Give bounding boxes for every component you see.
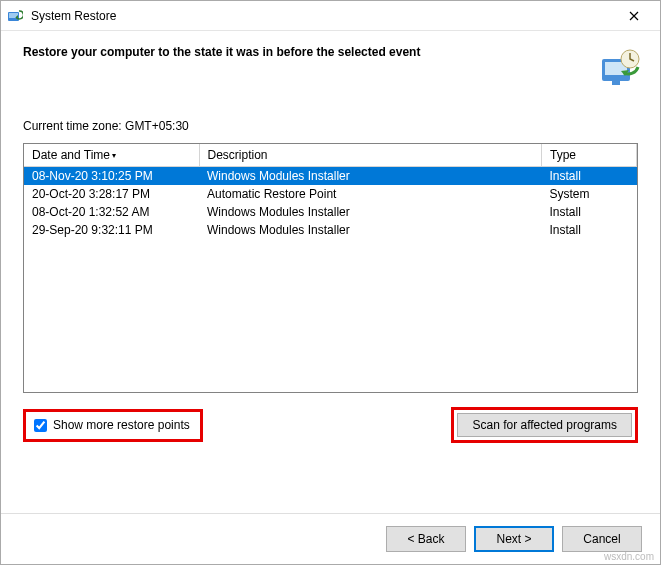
show-more-label: Show more restore points: [53, 418, 190, 432]
column-header-datetime[interactable]: Date and Time▾: [24, 144, 199, 167]
column-header-description[interactable]: Description: [199, 144, 542, 167]
table-row[interactable]: 29-Sep-20 9:32:11 PMWindows Modules Inst…: [24, 221, 637, 239]
below-table-row: Show more restore points Scan for affect…: [23, 407, 638, 443]
cancel-button[interactable]: Cancel: [562, 526, 642, 552]
cell-datetime: 29-Sep-20 9:32:11 PM: [24, 221, 199, 239]
cell-type: Install: [542, 167, 637, 186]
highlight-show-more: Show more restore points: [23, 409, 203, 442]
cell-description: Windows Modules Installer: [199, 221, 542, 239]
titlebar: System Restore: [1, 1, 660, 31]
cell-type: System: [542, 185, 637, 203]
cell-datetime: 08-Oct-20 1:32:52 AM: [24, 203, 199, 221]
scan-affected-programs-button[interactable]: Scan for affected programs: [457, 413, 632, 437]
dialog-body: Current time zone: GMT+05:30 Date and Ti…: [1, 99, 660, 513]
window-title: System Restore: [31, 9, 614, 23]
header-heading: Restore your computer to the state it wa…: [23, 45, 588, 59]
cell-description: Automatic Restore Point: [199, 185, 542, 203]
timezone-label: Current time zone: GMT+05:30: [23, 119, 638, 133]
next-button[interactable]: Next >: [474, 526, 554, 552]
svg-rect-4: [612, 81, 620, 85]
cell-datetime: 20-Oct-20 3:28:17 PM: [24, 185, 199, 203]
system-restore-icon: [7, 8, 23, 24]
cell-datetime: 08-Nov-20 3:10:25 PM: [24, 167, 199, 186]
back-button[interactable]: < Back: [386, 526, 466, 552]
close-button[interactable]: [614, 2, 654, 30]
cell-type: Install: [542, 221, 637, 239]
system-restore-window: System Restore Restore your computer to …: [0, 0, 661, 565]
table-row[interactable]: 20-Oct-20 3:28:17 PMAutomatic Restore Po…: [24, 185, 637, 203]
cell-description: Windows Modules Installer: [199, 167, 542, 186]
column-header-datetime-label: Date and Time: [32, 148, 110, 162]
show-more-checkbox-input[interactable]: [34, 419, 47, 432]
table-row[interactable]: 08-Oct-20 1:32:52 AMWindows Modules Inst…: [24, 203, 637, 221]
restore-graphic-icon: [598, 45, 642, 89]
restore-points-table[interactable]: Date and Time▾ Description Type 08-Nov-2…: [23, 143, 638, 393]
cell-description: Windows Modules Installer: [199, 203, 542, 221]
table-row[interactable]: 08-Nov-20 3:10:25 PMWindows Modules Inst…: [24, 167, 637, 186]
wizard-footer: < Back Next > Cancel: [1, 513, 660, 564]
header: Restore your computer to the state it wa…: [1, 31, 660, 99]
sort-descending-icon: ▾: [112, 151, 116, 160]
show-more-checkbox[interactable]: Show more restore points: [26, 412, 200, 439]
column-header-type[interactable]: Type: [542, 144, 637, 167]
highlight-scan-button: Scan for affected programs: [451, 407, 638, 443]
cell-type: Install: [542, 203, 637, 221]
